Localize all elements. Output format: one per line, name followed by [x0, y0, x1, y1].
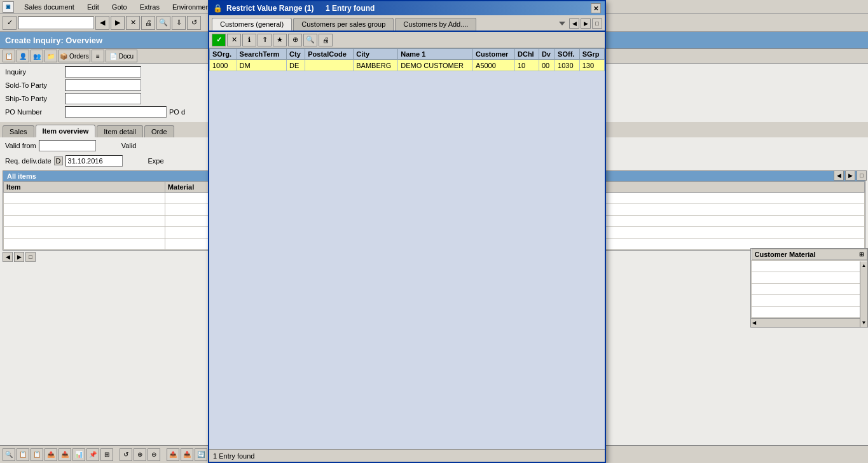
sold-to-input[interactable] — [65, 79, 141, 91]
tab-item-detail[interactable]: Item detail — [97, 125, 143, 137]
dialog-table-row[interactable]: 1000DMDEBAMBERGDEMO CUSTOMERA50001000103… — [210, 60, 605, 71]
bottom-btn-4[interactable]: 📤 — [45, 448, 57, 461]
sold-to-label: Sold-To Party — [5, 81, 62, 89]
po-number-label: PO Number — [5, 108, 62, 116]
sub-btn-docu[interactable]: 📄 Docu — [106, 50, 137, 62]
find-next-btn[interactable]: ⇩ — [172, 16, 186, 30]
sub-btn-orders[interactable]: 📦 Orders — [59, 50, 90, 62]
bottom-btn-8[interactable]: ⊞ — [100, 448, 113, 461]
dialog-close-btn[interactable]: ✕ — [591, 3, 601, 13]
valid-from-input[interactable] — [39, 140, 96, 151]
dialog-tab-customers-per-sales[interactable]: Customers per sales group — [293, 18, 394, 31]
cell-postalCode — [305, 60, 354, 71]
sub-btn-3[interactable]: 👥 — [31, 50, 43, 62]
dialog-titlebar: 🔒 Restrict Value Range (1) 1 Entry found… — [209, 1, 605, 15]
dlg-btn-add[interactable]: ⊕ — [288, 34, 302, 46]
ship-to-label: Ship-To Party — [5, 95, 62, 102]
dialog-tab-customers-by-add[interactable]: Customers by Add.... — [395, 18, 476, 31]
bottom-btn-13[interactable]: 📥 — [181, 448, 193, 461]
req-deliv-label: Req. deliv.date — [5, 157, 52, 165]
dlg-btn-print[interactable]: 🖨 — [319, 34, 333, 46]
right-row — [752, 284, 867, 295]
inquiry-input[interactable] — [65, 66, 141, 78]
tab-sales[interactable]: Sales — [3, 125, 34, 137]
dialog-toolbar: ✓ ✕ ℹ ⇑ ★ ⊕ 🔍 🖨 — [209, 32, 605, 48]
tab-caret-icon — [559, 22, 565, 25]
scroll-left-btn[interactable]: ◀ — [3, 252, 13, 262]
bottom-btn-12[interactable]: 📤 — [167, 448, 179, 461]
tab-nav-expand[interactable]: □ — [592, 18, 602, 29]
menu-extras[interactable]: Extras — [137, 2, 162, 12]
find-btn[interactable]: 🔍 — [156, 16, 170, 30]
scroll-right-btn[interactable]: ▶ — [14, 252, 24, 262]
cell-customer: A5000 — [473, 60, 515, 71]
sub-btn-2[interactable]: 👤 — [17, 50, 29, 62]
tab-order[interactable]: Orde — [144, 125, 174, 137]
nav-left-btn[interactable]: ◀ — [834, 170, 844, 181]
col-soff: SOff. — [555, 49, 580, 60]
bottom-btn-2[interactable]: 📋 — [17, 448, 29, 461]
toolbar-input[interactable] — [18, 17, 94, 29]
col-dv: Dv — [539, 49, 555, 60]
bottom-btn-14[interactable]: 🔄 — [195, 448, 207, 461]
right-panel: Customer Material ⊞ ▲ ▼ ◀ ▶ — [750, 248, 868, 328]
refresh-btn[interactable]: ↺ — [187, 16, 201, 30]
scroll-down-btn[interactable]: ▼ — [862, 320, 867, 326]
dialog-tab-customers-general[interactable]: Customers (general) — [212, 18, 292, 31]
ship-to-input[interactable] — [65, 93, 141, 104]
cell-name1: DEMO CUSTOMER — [398, 60, 473, 71]
col-cty: Cty — [287, 49, 305, 60]
bottom-btn-11[interactable]: ⊖ — [148, 448, 160, 461]
dlg-btn-star[interactable]: ★ — [273, 34, 287, 46]
cell-sgrp: 130 — [579, 60, 604, 71]
col-sorg: SOrg. — [210, 49, 237, 60]
scroll-up-btn[interactable]: ▲ — [862, 263, 867, 268]
back-btn[interactable]: ◀ — [95, 16, 109, 30]
tab-item-overview[interactable]: Item overview — [36, 125, 96, 137]
valid-from-label: Valid from — [5, 142, 36, 149]
sub-btn-5[interactable]: ≡ — [92, 50, 104, 62]
valid-to-label: Valid — [121, 142, 137, 149]
bottom-btn-6[interactable]: 📊 — [72, 448, 85, 461]
menu-edit[interactable]: Edit — [85, 2, 102, 12]
bottom-btn-5[interactable]: 📥 — [59, 448, 71, 461]
po-label-right: PO d — [169, 108, 185, 116]
bottom-btn-10[interactable]: ⊕ — [134, 448, 146, 461]
po-number-input[interactable] — [65, 106, 167, 118]
sap-logo: ▣ — [3, 1, 14, 13]
dlg-btn-info[interactable]: ℹ — [242, 34, 256, 46]
tab-nav-prev[interactable]: ◀ — [569, 18, 579, 29]
col-city: City — [354, 49, 398, 60]
col-customer: Customer — [473, 49, 515, 60]
dlg-btn-cancel[interactable]: ✕ — [227, 34, 241, 46]
req-deliv-input[interactable] — [65, 155, 123, 167]
cell-soff: 1030 — [555, 60, 580, 71]
col-dchl: DChl — [515, 49, 539, 60]
nav-right-btn[interactable]: ▶ — [845, 170, 855, 181]
exit-btn[interactable]: ▶ — [111, 16, 125, 30]
bottom-btn-3[interactable]: 📋 — [31, 448, 43, 461]
menu-goto[interactable]: Goto — [109, 2, 130, 12]
tab-nav-next[interactable]: ▶ — [581, 18, 591, 29]
col-sgrp: SGrp — [579, 49, 604, 60]
dlg-btn-confirm[interactable]: ✓ — [212, 34, 226, 46]
check-btn[interactable]: ✓ — [3, 16, 17, 30]
sub-btn-4[interactable]: 📁 — [45, 50, 57, 62]
scroll-bl-btn[interactable]: ◀ — [752, 320, 756, 326]
col-customer-material: Customer Material ⊞ — [752, 249, 867, 260]
nav-expand-btn[interactable]: □ — [857, 170, 867, 181]
col-searchterm: SearchTerm — [237, 49, 286, 60]
inquiry-label: Inquiry — [5, 68, 62, 76]
bottom-btn-7[interactable]: 📌 — [86, 448, 99, 461]
dlg-btn-up[interactable]: ⇑ — [258, 34, 272, 46]
dlg-btn-details[interactable]: 🔍 — [303, 34, 317, 46]
cancel-btn[interactable]: ✕ — [126, 16, 140, 30]
bottom-btn-9[interactable]: ↺ — [120, 448, 132, 461]
col-item: Item — [4, 182, 165, 193]
top-nav-btns: ◀ ▶ □ — [834, 170, 867, 181]
sub-btn-1[interactable]: 📋 — [3, 50, 15, 62]
scroll-expand-btn[interactable]: □ — [25, 252, 36, 262]
menu-sales-document[interactable]: Sales document — [22, 2, 77, 12]
bottom-btn-1[interactable]: 🔍 — [3, 448, 15, 461]
print-btn[interactable]: 🖨 — [141, 16, 155, 30]
